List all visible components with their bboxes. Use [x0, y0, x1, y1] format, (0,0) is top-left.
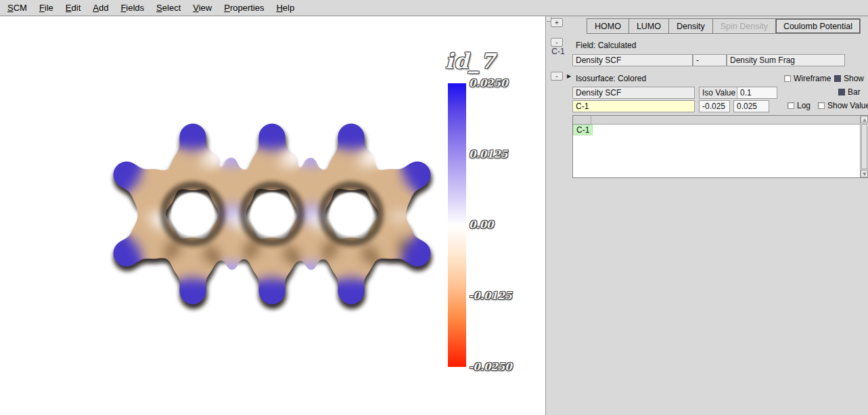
range-max-input[interactable]: 0.025 — [733, 100, 769, 112]
tab-spin-density: Spin Density — [713, 19, 776, 33]
wireframe-checkbox[interactable] — [784, 75, 791, 82]
iso-field-select[interactable]: Density SCF — [572, 87, 695, 99]
colorbar-tick-min: -0.0250 — [469, 361, 530, 373]
log-label: Log — [797, 101, 810, 110]
remove-field-button[interactable]: - — [551, 38, 563, 47]
field-operator-cell[interactable]: - — [693, 54, 727, 66]
expander-triangle-icon[interactable]: ▶ — [567, 73, 571, 79]
menu-view[interactable]: View — [187, 1, 218, 15]
menu-fields[interactable]: Fields — [114, 1, 150, 15]
menu-help[interactable]: Help — [270, 1, 300, 15]
menu-bar: SCMFileEditAddFieldsSelectViewProperties… — [0, 0, 868, 16]
show-value-checkbox[interactable] — [818, 102, 825, 109]
tab-density[interactable]: Density — [669, 19, 713, 33]
bar-checkbox[interactable] — [838, 89, 845, 95]
field-type-tabs: HOMOLUMODensitySpin DensityCoulomb Poten… — [587, 18, 861, 34]
show-checkbox[interactable] — [834, 75, 841, 82]
scroll-down-icon[interactable] — [861, 170, 868, 177]
application-window: SCMFileEditAddFieldsSelectViewProperties… — [0, 0, 868, 415]
menu-add[interactable]: Add — [87, 1, 114, 15]
fragment-row[interactable]: C-1 — [573, 125, 868, 135]
fragment-list: C-1 — [572, 115, 868, 178]
colorbar-tick-zero: 0.00 — [469, 219, 530, 231]
isosurface-section-title: Isosurface: Colored — [576, 74, 646, 83]
menu-properties[interactable]: Properties — [218, 1, 270, 15]
colorbar-gradient — [448, 83, 466, 367]
iso-value-label: Iso Value — [700, 87, 737, 98]
menu-edit[interactable]: Edit — [60, 1, 87, 15]
log-checkbox[interactable] — [787, 102, 794, 109]
fragment-list-body: C-1 — [573, 125, 868, 135]
menu-select[interactable]: Select — [150, 1, 187, 15]
field-a-select[interactable]: Density SCF — [572, 54, 693, 66]
ring-holes — [164, 185, 380, 242]
fragment-list-scrollbar[interactable] — [860, 116, 868, 177]
fragment-list-header — [573, 116, 868, 125]
iso-value-input[interactable]: 0.1 — [737, 87, 777, 98]
tab-lumo[interactable]: LUMO — [629, 19, 669, 33]
iso-value-group: Iso Value 0.1 — [699, 87, 777, 99]
properties-panel: + - C-1 - ▶ HOMOLUMODensitySpin DensityC… — [545, 16, 868, 415]
field-section-title: Field: Calculated — [576, 41, 636, 50]
colorbar-title: id_7 — [445, 49, 526, 73]
fragment-label: C-1 — [548, 47, 568, 56]
fragment-input[interactable]: C-1 — [572, 100, 695, 112]
field-b-select[interactable]: Density Sum Frag — [727, 54, 845, 66]
menu-scm[interactable]: SCM — [1, 1, 33, 15]
wireframe-label: Wireframe — [794, 74, 831, 83]
tab-homo[interactable]: HOMO — [587, 19, 629, 33]
show-value-label: Show Value — [827, 101, 868, 110]
bar-label: Bar — [848, 87, 861, 97]
colorbar-tick-low: -0.0125 — [469, 290, 530, 302]
colorbar-tick-high: 0.0125 — [469, 148, 530, 160]
remove-isosurface-button[interactable]: - — [551, 72, 563, 81]
scrollbar-thumb[interactable] — [861, 124, 867, 169]
range-min-input[interactable]: -0.025 — [699, 100, 730, 112]
menu-file[interactable]: File — [33, 1, 60, 15]
add-field-button[interactable]: + — [551, 18, 563, 27]
tab-coulomb-potential[interactable]: Coulomb Potential — [776, 19, 860, 33]
show-label: Show — [844, 74, 864, 83]
colorbar-tick-max: 0.0250 — [469, 77, 530, 89]
viewport-3d[interactable]: id_7 0.0250 0.0125 0.00 -0.0125 -0.0250 — [0, 16, 545, 415]
scroll-up-icon[interactable] — [861, 116, 868, 123]
